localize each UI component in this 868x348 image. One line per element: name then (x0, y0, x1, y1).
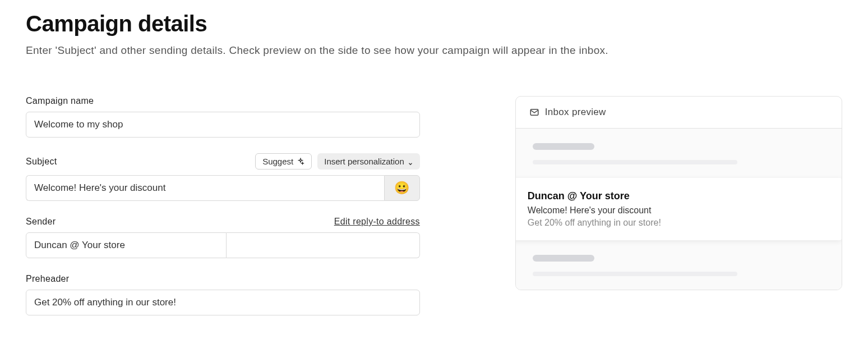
sender-label: Sender (26, 217, 56, 227)
inbox-preview-card: Inbox preview Duncan @ Your store Welcom… (515, 96, 842, 290)
sender-name-input[interactable] (26, 232, 227, 258)
page-title: Campaign details (26, 11, 842, 36)
preheader-label: Preheader (26, 274, 69, 284)
preview-subject: Welcome! Here's your discount (528, 205, 832, 216)
subject-group: Subject Suggest Insert personalization (26, 153, 420, 201)
emoji-picker-button[interactable]: 😀 (384, 175, 420, 201)
inbox-preview-body: Duncan @ Your store Welcome! Here's your… (516, 129, 842, 290)
skeleton-email-bottom (516, 240, 842, 290)
form-column: Campaign name Subject Suggest (26, 96, 420, 331)
skeleton-line (533, 143, 594, 150)
insert-personalization-button[interactable]: Insert personalization (317, 153, 420, 170)
sender-group: Sender Edit reply-to address (26, 217, 420, 258)
insert-personalization-label: Insert personalization (324, 157, 404, 166)
campaign-name-label: Campaign name (26, 96, 94, 106)
edit-reply-to-link[interactable]: Edit reply-to address (334, 217, 420, 227)
suggest-button[interactable]: Suggest (255, 153, 312, 170)
preview-preheader: Get 20% off anything in our store! (528, 218, 832, 228)
inbox-preview-active-email: Duncan @ Your store Welcome! Here's your… (515, 178, 842, 240)
inbox-preview-title: Inbox preview (545, 107, 606, 118)
preheader-input[interactable] (26, 290, 420, 315)
preheader-group: Preheader (26, 274, 420, 315)
suggest-button-label: Suggest (262, 157, 293, 166)
mail-icon (529, 107, 539, 117)
preview-column: Inbox preview Duncan @ Your store Welcom… (515, 96, 842, 331)
campaign-name-group: Campaign name (26, 96, 420, 138)
page-subtitle: Enter 'Subject' and other sending detail… (26, 44, 842, 57)
subject-label: Subject (26, 157, 57, 167)
emoji-icon: 😀 (394, 181, 409, 195)
sparkle-icon (297, 158, 304, 166)
subject-input[interactable] (26, 175, 384, 201)
inbox-preview-header: Inbox preview (516, 97, 842, 129)
campaign-name-input[interactable] (26, 112, 420, 138)
chevron-down-icon (408, 159, 413, 164)
skeleton-line (533, 255, 594, 262)
preview-sender: Duncan @ Your store (528, 190, 832, 202)
skeleton-line (533, 272, 737, 276)
skeleton-line (533, 160, 737, 164)
sender-email-input[interactable] (227, 232, 419, 258)
skeleton-email-top (516, 129, 842, 178)
